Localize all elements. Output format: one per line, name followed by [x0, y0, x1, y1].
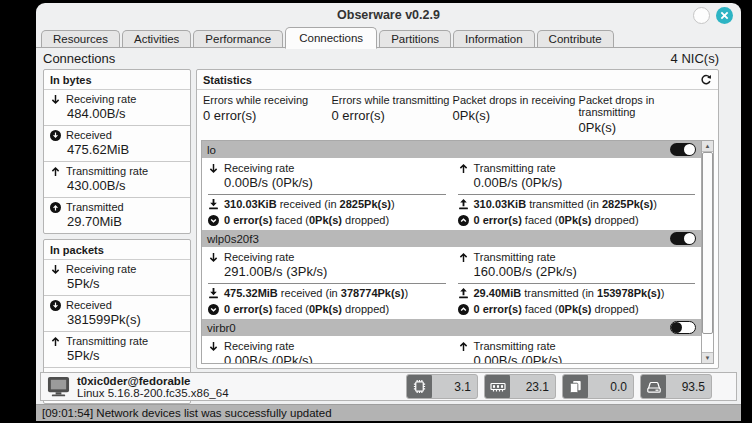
- byte-transmitting-rate-row: Transmitting rate 430.00B/s: [44, 162, 190, 198]
- memory-usage-value: 23.1: [510, 380, 555, 394]
- computer-icon: [47, 375, 70, 398]
- scroll-track[interactable]: [702, 152, 713, 352]
- in-packets-title: In packets: [44, 240, 190, 260]
- interface-name: lo: [207, 144, 216, 156]
- interface-toggle[interactable]: [670, 143, 696, 156]
- circle-arrow-up-icon: [50, 202, 61, 213]
- tx-total-line: 29.40MiB transmitted (in 153978Pk(s)): [458, 284, 696, 300]
- arrow-down-icon: [50, 264, 61, 275]
- minimize-button[interactable]: [693, 7, 710, 24]
- upload-icon: [458, 199, 469, 210]
- bytes-received-value: 475.62MiB: [50, 142, 184, 157]
- arrow-down-icon: [208, 252, 219, 263]
- disk-usage: 93.5: [640, 374, 712, 399]
- tx-rate-value: 0.00B/s (0Pk/s): [458, 174, 696, 194]
- window-title: Obserware v0.2.9: [337, 8, 440, 22]
- scroll-down-arrow[interactable]: ▼: [702, 352, 713, 363]
- memory-usage: 23.1: [484, 374, 556, 399]
- statistics-panel: Statistics Errors while receiving0 error…: [196, 69, 719, 369]
- cpu-usage: 3.1: [406, 374, 478, 399]
- close-icon: [720, 11, 729, 20]
- errors-transmitting-value: 0 error(s): [331, 108, 452, 123]
- usage-metrics: 3.1 23.1 0.0 93.5: [406, 374, 712, 399]
- tx-rate-value: 0.00B/s (0Pk/s): [458, 352, 696, 363]
- circle-arrow-down-icon: [50, 130, 61, 141]
- statistics-summary: Errors while receiving0 error(s) Errors …: [197, 90, 718, 140]
- circle-chevron-down-icon: [208, 215, 219, 226]
- tab-resources[interactable]: Resources: [41, 30, 120, 48]
- scroll-up-arrow[interactable]: ▲: [702, 141, 713, 152]
- in-bytes-panel: In bytes Receiving rate 484.00B/s Receiv…: [43, 69, 191, 234]
- circle-chevron-up-icon: [458, 304, 469, 315]
- errors-receiving-label: Errors while receiving: [203, 94, 331, 106]
- refresh-icon[interactable]: [700, 74, 712, 86]
- pages-icon: [563, 374, 588, 399]
- errors-receiving-value: 0 error(s): [203, 108, 331, 123]
- tx-total-line: 310.03KiB transmitted (in 2825Pk(s)): [458, 195, 696, 211]
- bytes-transmitted-row: Transmitted 29.70MiB: [44, 198, 190, 233]
- interface-header: wlp0s20f3: [202, 230, 701, 247]
- byte-receiving-rate-value: 484.00B/s: [50, 106, 184, 121]
- interface-toggle[interactable]: [670, 232, 696, 245]
- rx-error-line: 0 error(s) faced (0Pk(s) dropped): [208, 300, 446, 316]
- status-message: [09:01:54] Network devices list was succ…: [42, 407, 332, 419]
- upload-icon: [458, 288, 469, 299]
- tab-connections[interactable]: Connections: [285, 27, 377, 49]
- tab-contribute[interactable]: Contribute: [537, 30, 614, 48]
- drops-transmitting-value: 0Pk(s): [579, 120, 712, 135]
- rx-error-line: 0 error(s) faced (0Pk(s) dropped): [208, 211, 446, 227]
- cpu-icon: [407, 374, 432, 399]
- tx-error-line: 0 error(s) faced (0Pk(s) dropped): [458, 211, 696, 227]
- tx-rate-value: 160.00B/s (2Pk/s): [458, 263, 696, 283]
- tab-performance[interactable]: Performance: [193, 30, 283, 48]
- arrow-up-icon: [458, 341, 469, 352]
- interface-name: virbr0: [207, 322, 236, 334]
- tab-activities[interactable]: Activities: [122, 30, 191, 48]
- tab-partitions[interactable]: Partitions: [379, 30, 451, 48]
- arrow-up-icon: [458, 252, 469, 263]
- swap-usage-value: 0.0: [588, 380, 633, 394]
- disk-icon: [641, 374, 666, 399]
- disk-usage-value: 93.5: [666, 380, 711, 394]
- app-window: Obserware v0.2.9 Resources Activities Pe…: [36, 3, 741, 421]
- download-icon: [208, 199, 219, 210]
- close-button[interactable]: [716, 7, 733, 24]
- host-bar: t0xic0der@fedorable Linux 5.16.8-200.fc3…: [40, 372, 737, 401]
- tab-information[interactable]: Information: [453, 30, 535, 48]
- arrow-down-icon: [208, 341, 219, 352]
- interface-card-virbr0: virbr0 Receiving rate 0.00B/s (0Pk/s) 0.…: [202, 319, 701, 363]
- nic-count: 4 NIC(s): [671, 51, 719, 66]
- drops-receiving-label: Packet drops in receiving: [453, 94, 579, 106]
- rx-rate-value: 0.00B/s (0Pk/s): [208, 174, 446, 194]
- interface-toggle[interactable]: [670, 321, 696, 334]
- errors-transmitting-label: Errors while transmitting: [331, 94, 452, 106]
- status-bar: [09:01:54] Network devices list was succ…: [36, 404, 741, 421]
- scroll-thumb[interactable]: [702, 152, 713, 334]
- drops-receiving-value: 0Pk(s): [453, 108, 579, 123]
- page-title: Connections: [43, 51, 115, 66]
- arrow-up-icon: [458, 163, 469, 174]
- rx-total-line: 475.32MiB received (in 378774Pk(s)): [208, 284, 446, 300]
- interface-header: lo: [202, 141, 701, 158]
- rx-rate-value: 0.00B/s (0Pk/s): [208, 352, 446, 363]
- interface-card-wlp0s20f3: wlp0s20f3 Receiving rate 291.00B/s (3Pk/…: [202, 230, 701, 319]
- download-icon: [208, 288, 219, 299]
- byte-transmitting-rate-value: 430.00B/s: [50, 178, 184, 193]
- swap-usage: 0.0: [562, 374, 634, 399]
- arrow-down-icon: [208, 163, 219, 174]
- interface-header: virbr0: [202, 319, 701, 336]
- cpu-usage-value: 3.1: [432, 380, 477, 394]
- packet-receiving-rate-value: 5Pk/s: [50, 276, 184, 291]
- circle-arrow-down-icon: [50, 300, 61, 311]
- packets-received-value: 381599Pk(s): [50, 312, 184, 327]
- packet-transmitting-rate-value: 5Pk/s: [50, 348, 184, 363]
- byte-receiving-rate-row: Receiving rate 484.00B/s: [44, 90, 190, 126]
- rx-rate-value: 291.00B/s (3Pk/s): [208, 263, 446, 283]
- scrollbar[interactable]: ▲ ▼: [701, 141, 713, 363]
- circle-chevron-up-icon: [458, 215, 469, 226]
- tx-error-line: 0 error(s) faced (0Pk(s) dropped): [458, 300, 696, 316]
- interface-list: lo Receiving rate 0.00B/s (0Pk/s) 310.03…: [202, 141, 701, 363]
- packet-transmitting-rate-row: Transmitting rate 5Pk/s: [44, 332, 190, 368]
- drops-transmitting-label: Packet drops in transmitting: [579, 94, 712, 118]
- hostname: t0xic0der@fedorable: [77, 375, 229, 387]
